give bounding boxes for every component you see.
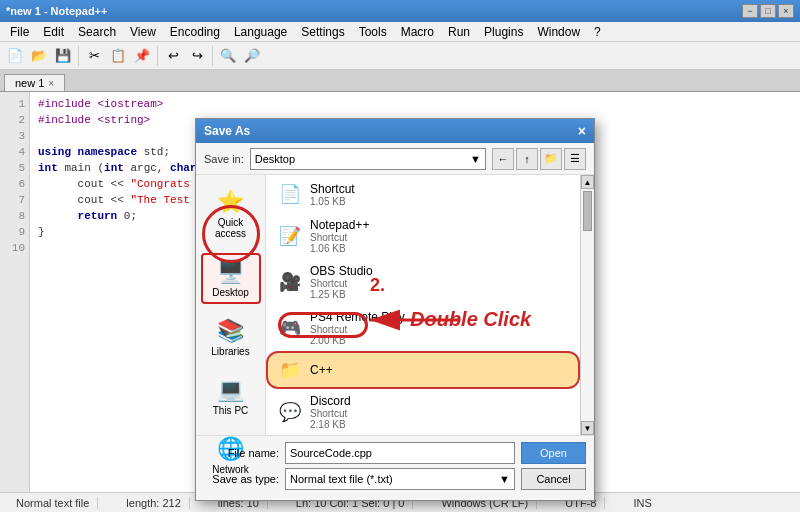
menu-bar: File Edit Search View Encoding Language … xyxy=(0,22,800,42)
tab-label: new 1 xyxy=(15,77,44,89)
tab-new1[interactable]: new 1 × xyxy=(4,74,65,91)
file-icon-discord: 💬 xyxy=(276,398,304,426)
file-item-ps4[interactable]: 🎮 PS4 Remote Play Shortcut2.00 KB xyxy=(266,305,580,351)
file-icon-cpp: 📁 xyxy=(276,356,304,384)
zoom-in-button[interactable]: 🔎 xyxy=(241,45,263,67)
file-icon-shortcut: 📄 xyxy=(276,180,304,208)
save-in-value: Desktop xyxy=(255,153,295,165)
file-list: 📄 Shortcut 1.05 KB 📝 Notepad++ Shortcut1… xyxy=(266,175,580,435)
filetype-row: Save as type: Normal text file (*.txt) ▼… xyxy=(204,468,586,490)
scroll-thumb[interactable] xyxy=(583,191,592,231)
filetype-label: Save as type: xyxy=(204,473,279,485)
redo-button[interactable]: ↪ xyxy=(186,45,208,67)
file-item-shortcut[interactable]: 📄 Shortcut 1.05 KB xyxy=(266,175,580,213)
cancel-button[interactable]: Cancel xyxy=(521,468,586,490)
nav-libraries-label: Libraries xyxy=(211,346,249,357)
scroll-track xyxy=(581,189,594,421)
open-button[interactable]: 📂 xyxy=(28,45,50,67)
toolbar-separator-3 xyxy=(212,46,213,66)
dialog-close-button[interactable]: × xyxy=(578,123,586,139)
file-icon-obs: 🎥 xyxy=(276,268,304,296)
file-item-discord[interactable]: 💬 Discord Shortcut2.18 KB xyxy=(266,389,580,435)
dialog-nav-panel: ⭐ Quick access 🖥️ Desktop 📚 Libraries 💻 … xyxy=(196,175,266,435)
nav-desktop-label: Desktop xyxy=(212,287,249,298)
this-pc-icon: 💻 xyxy=(217,377,244,403)
filetype-arrow-icon: ▼ xyxy=(499,473,510,485)
file-info-obs: OBS Studio Shortcut1.25 KB xyxy=(310,264,570,300)
save-button[interactable]: 💾 xyxy=(52,45,74,67)
window-controls: − □ × xyxy=(742,4,794,18)
menu-search[interactable]: Search xyxy=(72,23,122,41)
window-title: *new 1 - Notepad++ xyxy=(6,5,107,17)
nav-up-button[interactable]: ↑ xyxy=(516,148,538,170)
file-info-cpp: C++ xyxy=(310,363,570,377)
file-item-obs[interactable]: 🎥 OBS Studio Shortcut1.25 KB xyxy=(266,259,580,305)
menu-macro[interactable]: Macro xyxy=(395,23,440,41)
dialog-scrollbar[interactable]: ▲ ▼ xyxy=(580,175,594,435)
file-info-ps4: PS4 Remote Play Shortcut2.00 KB xyxy=(310,310,570,346)
nav-desktop[interactable]: 🖥️ Desktop xyxy=(201,253,261,304)
toolbar-separator-2 xyxy=(157,46,158,66)
tab-bar: new 1 × xyxy=(0,70,800,92)
status-length: length: 212 xyxy=(118,497,189,509)
file-item-cpp[interactable]: 📁 C++ xyxy=(266,351,580,389)
new-folder-button[interactable]: 📁 xyxy=(540,148,562,170)
scroll-up-button[interactable]: ▲ xyxy=(581,175,594,189)
filetype-value: Normal text file (*.txt) xyxy=(290,473,393,485)
line-numbers: 12345 678910 xyxy=(0,92,30,492)
copy-button[interactable]: 📋 xyxy=(107,45,129,67)
save-in-dropdown[interactable]: Desktop ▼ xyxy=(250,148,486,170)
filetype-dropdown[interactable]: Normal text file (*.txt) ▼ xyxy=(285,468,515,490)
nav-this-pc[interactable]: 💻 This PC xyxy=(201,371,261,422)
save-in-dropdown-arrow: ▼ xyxy=(470,153,481,165)
file-icon-notepadpp: 📝 xyxy=(276,222,304,250)
save-as-dialog: Save As × Save in: Desktop ▼ ← ↑ 📁 ☰ ⭐ xyxy=(195,118,595,501)
menu-run[interactable]: Run xyxy=(442,23,476,41)
nav-quick-access-label: Quick access xyxy=(207,217,255,239)
menu-encoding[interactable]: Encoding xyxy=(164,23,226,41)
file-info-shortcut: Shortcut 1.05 KB xyxy=(310,182,570,207)
menu-language[interactable]: Language xyxy=(228,23,293,41)
libraries-icon: 📚 xyxy=(217,318,244,344)
dialog-toolbar: Save in: Desktop ▼ ← ↑ 📁 ☰ xyxy=(196,143,594,175)
menu-tools[interactable]: Tools xyxy=(353,23,393,41)
menu-help[interactable]: ? xyxy=(588,23,607,41)
menu-settings[interactable]: Settings xyxy=(295,23,350,41)
open-button[interactable]: Open xyxy=(521,442,586,464)
save-in-label: Save in: xyxy=(204,153,244,165)
desktop-icon: 🖥️ xyxy=(217,259,244,285)
nav-libraries[interactable]: 📚 Libraries xyxy=(201,312,261,363)
dialog-body: ⭐ Quick access 🖥️ Desktop 📚 Libraries 💻 … xyxy=(196,175,594,435)
menu-file[interactable]: File xyxy=(4,23,35,41)
nav-quick-access[interactable]: ⭐ Quick access xyxy=(201,183,261,245)
paste-button[interactable]: 📌 xyxy=(131,45,153,67)
toolbar: 📄 📂 💾 ✂ 📋 📌 ↩ ↪ 🔍 🔎 xyxy=(0,42,800,70)
menu-window[interactable]: Window xyxy=(531,23,586,41)
find-button[interactable]: 🔍 xyxy=(217,45,239,67)
new-button[interactable]: 📄 xyxy=(4,45,26,67)
maximize-button[interactable]: □ xyxy=(760,4,776,18)
toolbar-separator-1 xyxy=(78,46,79,66)
menu-plugins[interactable]: Plugins xyxy=(478,23,529,41)
status-filetype: Normal text file xyxy=(8,497,98,509)
filename-label: File name: xyxy=(204,447,279,459)
view-menu-button[interactable]: ☰ xyxy=(564,148,586,170)
dialog-tool-buttons: ← ↑ 📁 ☰ xyxy=(492,148,586,170)
file-item-notepadpp[interactable]: 📝 Notepad++ Shortcut1.06 KB xyxy=(266,213,580,259)
status-mode: INS xyxy=(625,497,659,509)
nav-this-pc-label: This PC xyxy=(213,405,249,416)
close-button[interactable]: × xyxy=(778,4,794,18)
scroll-down-button[interactable]: ▼ xyxy=(581,421,594,435)
undo-button[interactable]: ↩ xyxy=(162,45,184,67)
dialog-title-text: Save As xyxy=(204,124,250,138)
file-info-notepadpp: Notepad++ Shortcut1.06 KB xyxy=(310,218,570,254)
minimize-button[interactable]: − xyxy=(742,4,758,18)
filename-row: File name: Open xyxy=(204,442,586,464)
nav-back-button[interactable]: ← xyxy=(492,148,514,170)
menu-edit[interactable]: Edit xyxy=(37,23,70,41)
dialog-title-bar: Save As × xyxy=(196,119,594,143)
menu-view[interactable]: View xyxy=(124,23,162,41)
filename-input[interactable] xyxy=(285,442,515,464)
cut-button[interactable]: ✂ xyxy=(83,45,105,67)
tab-close-icon[interactable]: × xyxy=(48,78,54,89)
